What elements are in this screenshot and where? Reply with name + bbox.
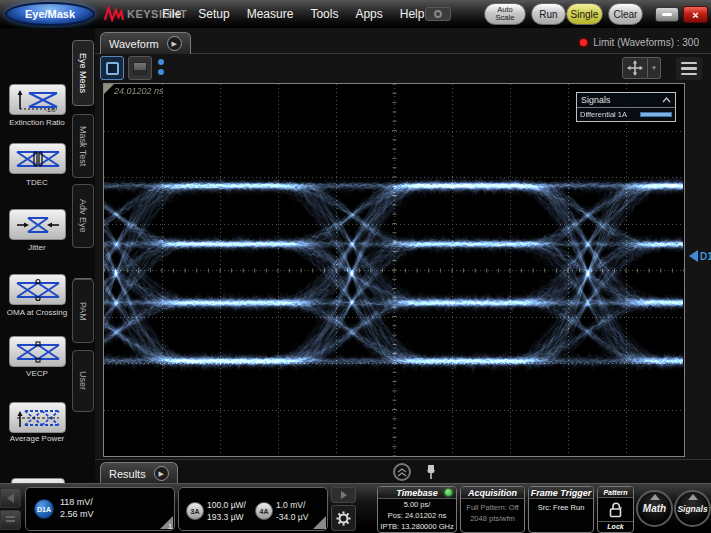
average-power-button[interactable]	[9, 402, 66, 433]
tab-eye-meas[interactable]: Eye Meas	[72, 40, 94, 106]
tdec-button[interactable]	[9, 143, 66, 174]
pattern-lock-panel[interactable]: Pattern Lock	[597, 486, 634, 533]
tab-waveform-view[interactable]: Waveform ▶	[100, 32, 191, 54]
panel-corner-fold	[313, 516, 326, 529]
minimize-icon	[662, 13, 672, 16]
acquisition-full-pattern: Full Pattern: Off	[461, 502, 524, 513]
four-way-arrows-icon	[627, 60, 643, 76]
menu-setup[interactable]: Setup	[198, 7, 229, 21]
acquisition-points: 2048 pts/wfm	[461, 513, 524, 524]
signals-legend[interactable]: Signals Differential 1A	[576, 92, 676, 122]
tab-adv-eye[interactable]: Adv Eye	[72, 184, 94, 248]
vecp-button[interactable]	[9, 336, 66, 367]
channel-4a-badge: 4A	[255, 502, 273, 520]
vecp-label: VECP	[0, 369, 74, 378]
legend-title: Signals	[581, 95, 611, 105]
math-arrow-icon	[650, 494, 660, 500]
timebase-panel[interactable]: Timebase 5.00 ps/ Pos: 24.01202 ns IPTB:…	[377, 486, 457, 533]
auto-scale-button[interactable]: Auto Scale	[484, 3, 526, 25]
channel-d1a-panel[interactable]: D1A 118 mV/ 2.56 mV 1	[25, 487, 175, 531]
pin-results-icon[interactable]	[425, 464, 437, 480]
timebase-iptb: IPTB: 13.280000 GHz	[378, 521, 456, 532]
marker-label: D1A	[700, 251, 711, 262]
tab-pam[interactable]: PAM	[72, 279, 94, 343]
run-button[interactable]: Run	[531, 3, 566, 25]
channel-settings-button[interactable]	[331, 505, 356, 531]
legend-signal-name: Differential 1A	[580, 110, 627, 119]
title-menu-bar: Eye/Mask KEYSIGHT File Setup Measure Too…	[0, 0, 711, 28]
extinction-ratio-icon: -1/0	[15, 88, 61, 112]
tab-results[interactable]: Results ▶	[100, 462, 178, 484]
panel-corner-number: 1	[168, 523, 172, 530]
extinction-ratio-button[interactable]: -1/0	[9, 84, 66, 115]
grid-pane-icon	[133, 62, 147, 75]
timebase-delay-label: 24.01202 ns	[114, 86, 164, 96]
tab-user[interactable]: User	[72, 350, 94, 412]
single-display-layout-button[interactable]	[100, 56, 124, 80]
svg-text:-1/0: -1/0	[45, 107, 56, 112]
channel-4a-value: -34.0 µV	[276, 511, 308, 523]
expand-results-button[interactable]	[393, 463, 411, 481]
right-arrow-icon	[341, 491, 347, 499]
tdec-label: TDEC	[0, 178, 74, 187]
screenshot-camera-button[interactable]	[425, 7, 451, 21]
legend-color-swatch	[640, 112, 672, 117]
pan-tool-dropdown[interactable]: ▼	[648, 57, 661, 79]
jitter-icon	[15, 213, 61, 237]
splitter-handle[interactable]	[158, 59, 164, 75]
display-toolbar: ▼	[95, 54, 711, 82]
menu-tools[interactable]: Tools	[310, 7, 338, 21]
pattern-title: Pattern	[598, 487, 633, 498]
channel-d1a-level-marker[interactable]: D1A	[689, 250, 711, 262]
results-tab-menu-icon[interactable]: ▶	[154, 466, 169, 481]
results-bar: Results ▶	[95, 459, 711, 483]
menu-apps[interactable]: Apps	[355, 7, 382, 21]
menu-measure[interactable]: Measure	[247, 7, 294, 21]
camera-icon	[434, 10, 442, 18]
acquisition-panel[interactable]: Acquisition Full Pattern: Off 2048 pts/w…	[460, 486, 525, 533]
waveform-tab-menu-icon[interactable]: ▶	[167, 36, 182, 51]
signals-button[interactable]: Signals	[674, 490, 711, 527]
chevron-up-icon[interactable]	[662, 97, 671, 103]
eye-mask-app-button[interactable]: Eye/Mask	[5, 2, 95, 26]
minimize-button[interactable]	[655, 7, 679, 22]
single-button[interactable]: Single	[566, 3, 603, 25]
timebase-scale: 5.00 ps/	[378, 499, 456, 510]
channel-expand-button[interactable]	[331, 487, 356, 503]
eye-diagram-canvas[interactable]	[104, 84, 684, 456]
pan-tool-button[interactable]	[622, 57, 648, 79]
scroll-left-button[interactable]	[0, 488, 21, 508]
channel-3a-4a-panel[interactable]: 3A 100.0 µW/ 193.3 µW 4A 1.0 mV/ -34.0 µ…	[178, 487, 328, 531]
left-arrow-icon	[7, 493, 14, 503]
oma-crossing-button[interactable]	[9, 274, 66, 305]
average-power-label: Average Power	[0, 434, 74, 443]
menu-help[interactable]: Help	[400, 7, 425, 21]
math-button[interactable]: Math	[636, 490, 673, 527]
average-power-icon	[15, 406, 61, 430]
waveform-display: 24.01202 ns Signals Differential 1A	[103, 83, 685, 457]
panel-grip-button[interactable]	[0, 510, 21, 530]
close-button[interactable]: ×	[683, 6, 708, 23]
tdec-icon	[15, 147, 61, 171]
frame-trigger-panel[interactable]: Frame Trigger Src: Free Run	[528, 486, 594, 533]
keysight-spark-icon	[104, 5, 124, 22]
grid-display-layout-button[interactable]	[128, 56, 152, 80]
pattern-lock-button[interactable]	[598, 498, 633, 521]
vecp-icon	[15, 340, 61, 364]
clear-button[interactable]: Clear	[608, 3, 643, 25]
display-menu-button[interactable]	[676, 57, 702, 80]
channel-3a-value: 193.3 µW	[207, 511, 246, 523]
acquisition-title: Acquisition	[468, 488, 517, 498]
frame-trigger-source: Src: Free Run	[529, 502, 593, 513]
results-tab-label: Results	[109, 468, 146, 480]
display-corner-marker	[104, 84, 114, 94]
limit-status: Limit (Waveforms) : 300	[580, 37, 699, 48]
single-pane-icon	[106, 62, 119, 75]
open-padlock-icon	[608, 501, 624, 518]
jitter-button[interactable]	[9, 209, 66, 240]
marker-triangle-icon	[689, 250, 698, 262]
menu-file[interactable]: File	[162, 7, 181, 21]
signals-arrow-icon	[688, 494, 698, 500]
tab-mask-test[interactable]: Mask Test	[72, 114, 94, 178]
frame-trigger-title: Frame Trigger	[531, 488, 591, 498]
